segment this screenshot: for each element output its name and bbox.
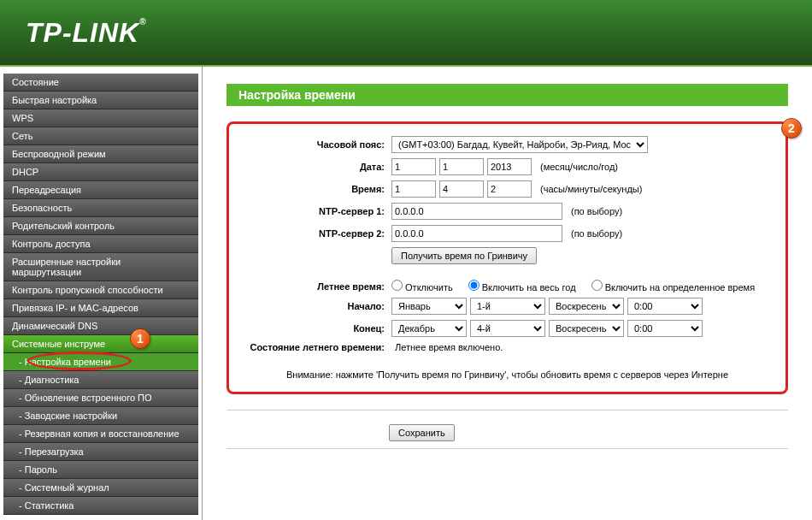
input-date-year[interactable]	[487, 158, 532, 175]
page-title: Настройка времени	[227, 84, 788, 106]
brand-logo: TP-LINK®	[26, 17, 147, 49]
sidebar: Состояние Быстрая настройка WPS Сеть Бес…	[0, 67, 203, 520]
label-time: Время:	[238, 184, 391, 194]
label-dst-status: Состояние летнего времени:	[238, 342, 391, 352]
select-end-week[interactable]: 4-й	[470, 320, 545, 337]
hint-ntp2: (по выбору)	[571, 228, 622, 239]
label-end: Конец:	[238, 323, 391, 334]
sidebar-item-ddns[interactable]: Динамический DNS	[3, 317, 198, 335]
input-time-h[interactable]	[391, 180, 436, 198]
label-timezone: Часовой пояс:	[238, 139, 391, 150]
sidebar-sub-diagnostics[interactable]: - Диагностика	[3, 371, 198, 389]
sidebar-item-bandwidth[interactable]: Контроль пропускной способности	[3, 281, 198, 299]
hint-date: (месяц/число/год)	[540, 162, 618, 172]
sidebar-sub-time-label: - Настройка времени	[19, 357, 111, 367]
radio-dst-off[interactable]	[391, 280, 403, 291]
input-ntp2[interactable]	[391, 225, 562, 242]
select-start-day[interactable]: Воскресенье	[549, 298, 624, 315]
radio-dst-year[interactable]	[468, 280, 480, 291]
input-date-day[interactable]	[439, 158, 484, 175]
input-time-m[interactable]	[439, 180, 484, 198]
sidebar-item-security[interactable]: Безопасность	[3, 199, 198, 217]
select-timezone[interactable]: (GMT+03:00) Багдад, Кувейт, Найроби, Эр-…	[391, 136, 648, 153]
sidebar-sub-statistics[interactable]: - Статистика	[3, 497, 198, 515]
sidebar-item-parental[interactable]: Родительский контроль	[3, 217, 198, 235]
annotation-badge-1: 1	[130, 328, 150, 349]
sidebar-sub-reboot[interactable]: - Перезагрузка	[3, 443, 198, 461]
form-panel: Часовой пояс: (GMT+03:00) Багдад, Кувейт…	[227, 121, 788, 394]
sidebar-sub-backup[interactable]: - Резервная копия и восстановление	[3, 425, 198, 443]
hint-ntp1: (по выбору)	[571, 206, 622, 216]
sidebar-item-wireless[interactable]: Беспроводной режим	[3, 145, 198, 163]
annotation-badge-2: 2	[781, 118, 802, 139]
radio-dst-period-label[interactable]: Включить на определенное время	[591, 280, 756, 292]
dst-status-value: Летнее время включено.	[391, 342, 503, 352]
sidebar-item-wps[interactable]: WPS	[3, 109, 198, 127]
sidebar-item-routing[interactable]: Расширенные настройки маршрутизации	[3, 253, 198, 281]
sidebar-item-quick-setup[interactable]: Быстрая настройка	[3, 92, 198, 109]
input-date-month[interactable]	[391, 158, 436, 175]
sidebar-sub-factory[interactable]: - Заводские настройки	[3, 407, 198, 425]
select-start-time[interactable]: 0:00	[627, 298, 703, 315]
sidebar-item-status[interactable]: Состояние	[3, 74, 198, 92]
label-ntp1: NTP-сервер 1:	[238, 206, 391, 216]
hint-time: (часы/минуты/секунды)	[540, 184, 642, 194]
radio-dst-year-label[interactable]: Включить на весь год	[468, 280, 576, 292]
label-date: Дата:	[238, 162, 391, 172]
input-time-s[interactable]	[487, 180, 532, 198]
sidebar-item-forwarding[interactable]: Переадресация	[3, 181, 198, 199]
warning-text: Внимание: нажмите 'Получить время по Гри…	[238, 369, 777, 380]
sidebar-item-dhcp[interactable]: DHCP	[3, 163, 198, 181]
sidebar-item-system-tools[interactable]: Системные инструме	[3, 335, 198, 353]
content-area: Настройка времени Часовой пояс: (GMT+03:…	[203, 67, 812, 520]
sidebar-sub-syslog[interactable]: - Системный журнал	[3, 479, 198, 497]
sidebar-item-access-control[interactable]: Контроль доступа	[3, 235, 198, 253]
sidebar-sub-time-settings[interactable]: - Настройка времени	[3, 353, 198, 371]
sidebar-item-network[interactable]: Сеть	[3, 127, 198, 145]
header: TP-LINK®	[0, 0, 812, 67]
label-dst: Летнее время:	[238, 281, 391, 292]
select-end-month[interactable]: Декабрь	[391, 320, 467, 337]
sidebar-sub-firmware[interactable]: - Обновление встроенного ПО	[3, 389, 198, 407]
save-button[interactable]: Сохранить	[389, 424, 455, 441]
select-end-time[interactable]: 0:00	[627, 320, 703, 337]
select-start-week[interactable]: 1-й	[470, 298, 545, 315]
radio-dst-period[interactable]	[591, 280, 603, 291]
input-ntp1[interactable]	[391, 203, 562, 220]
get-gmt-button[interactable]: Получить время по Гринвичу	[391, 247, 537, 264]
label-ntp2: NTP-сервер 2:	[238, 228, 391, 239]
select-end-day[interactable]: Воскресенье	[549, 320, 624, 337]
sidebar-item-ip-mac[interactable]: Привязка IP- и MAC-адресов	[3, 299, 198, 317]
label-start: Начало:	[238, 301, 391, 311]
sidebar-sub-password[interactable]: - Пароль	[3, 461, 198, 479]
select-start-month[interactable]: Январь	[391, 298, 467, 315]
radio-dst-off-label[interactable]: Отключить	[391, 280, 453, 292]
